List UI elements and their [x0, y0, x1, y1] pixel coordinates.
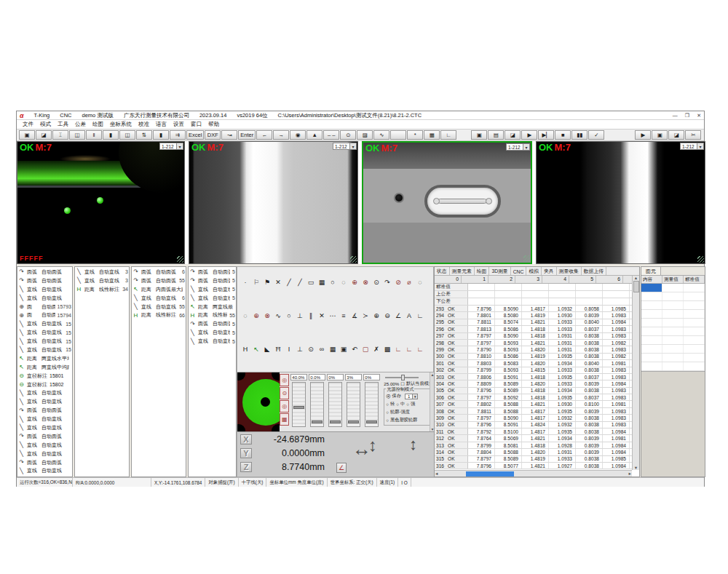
light-channel-slider[interactable]	[365, 382, 379, 427]
camera1-selector[interactable]: 1-212 ▾	[159, 143, 183, 150]
list-item[interactable]: ↖ 距离 内圆弧最大距	[132, 285, 186, 294]
selected-cell[interactable]	[641, 284, 662, 292]
column-header[interactable]: 4	[542, 276, 569, 283]
list-item[interactable]: H 距离 线性标注 55	[189, 311, 236, 319]
menu-item[interactable]: 公差	[75, 121, 86, 128]
list-item[interactable]: ╲ 直线 自动直线	[17, 285, 72, 294]
mode-number-combobox[interactable]: 1▾	[405, 394, 418, 399]
chevron-down-icon[interactable]: ▾	[349, 143, 356, 149]
disabled-tool-button[interactable]: ▮	[153, 130, 169, 140]
light-channel-slider[interactable]	[310, 382, 324, 427]
light-button[interactable]: ◉	[290, 130, 306, 140]
qr-code-button[interactable]: ▦	[424, 130, 440, 140]
step-button[interactable]: ▶▏	[538, 130, 554, 140]
group-disabled-button[interactable]: ▤	[488, 130, 504, 140]
camera2-selector[interactable]: 1-212 ▾	[333, 143, 357, 150]
list-item[interactable]: ╲ 直线 自动直线	[17, 397, 72, 406]
menu-item[interactable]: 校准	[138, 121, 149, 128]
measure-tool-icon[interactable]: ▦	[317, 277, 327, 287]
camera-view-3-selected[interactable]: OKM:7 1-212 ▾	[362, 141, 532, 264]
measure-tool-icon[interactable]: ∡	[349, 311, 360, 321]
measure-tool-icon[interactable]: ⋯	[328, 311, 338, 321]
menu-item[interactable]: 设置	[173, 121, 184, 128]
fixture-button[interactable]: ◫	[69, 130, 85, 140]
scrollbar-thumb[interactable]	[466, 471, 514, 477]
table-row[interactable]: 296OK 7.8813 8.5086 1.4818 1.0933 0.8037…	[435, 326, 632, 332]
angle-display-button[interactable]: ∠	[336, 463, 347, 473]
table-row[interactable]	[641, 345, 705, 354]
measure-tool-icon[interactable]: ◣	[262, 344, 272, 354]
scroll-right-icon[interactable]: ►	[628, 471, 632, 476]
jog-vertical-icon[interactable]: ↕	[368, 435, 377, 455]
measure-tool-icon[interactable]: ╱	[295, 277, 305, 287]
list-item[interactable]: ↷ 圆弧 自动圆弧	[17, 268, 72, 276]
measure-tool-icon[interactable]: I	[284, 344, 294, 354]
resize-grip-icon[interactable]	[350, 256, 357, 263]
table-row[interactable]: 302OK 7.8799 8.5093 1.4815 1.0933 0.8038…	[435, 367, 632, 374]
measure-tool-icon[interactable]: ⚑	[262, 277, 272, 287]
menu-item[interactable]: 模式	[40, 121, 51, 128]
results-tab[interactable]: 绘图	[475, 267, 490, 275]
menu-item[interactable]: 语言	[156, 121, 167, 128]
list-item[interactable]: ↖ 距离 两直线水平均距	[17, 354, 72, 363]
results-tab[interactable]: 3D测量	[489, 267, 510, 275]
resize-grip-icon[interactable]	[177, 256, 183, 263]
vertical-scrollbar[interactable]: ▲ ▼	[632, 276, 639, 470]
open-disabled-button[interactable]: ◪	[668, 130, 684, 140]
chevron-down-icon[interactable]: ▾	[523, 144, 529, 150]
list-item[interactable]: ⊕ 圆 自动圆 15794	[17, 311, 72, 319]
list-item[interactable]: ╲ 直线 自动直线	[17, 423, 72, 432]
list-item[interactable]: ╲ 直线 自动直线 5	[189, 294, 236, 303]
y-axis-button[interactable]: Y	[240, 448, 252, 458]
measure-tool-icon[interactable]: ◌	[240, 311, 250, 321]
results-tab[interactable]: 夹具	[542, 267, 557, 275]
play-disabled-button[interactable]: ▶	[635, 130, 651, 140]
excel-export-button[interactable]: Excel	[186, 130, 204, 140]
measure-tool-icon[interactable]: ∿	[273, 311, 283, 321]
table-row[interactable]: 293OK 7.8796 8.5090 1.4817 1.0932 0.8058…	[435, 306, 632, 312]
measure-tool-icon[interactable]: A	[404, 311, 414, 321]
list-item[interactable]: ╲ 直线 自动直线 15	[17, 319, 72, 328]
ring-segment-button[interactable]: ▦	[280, 413, 289, 426]
black-plastic-radio[interactable]: ○	[386, 418, 389, 423]
camera-view-4[interactable]: OKM:7 1-212 ▾	[536, 141, 705, 264]
measure-tool-icon[interactable]: ∟	[415, 311, 425, 321]
light-channel-slider[interactable]	[292, 382, 306, 427]
image-button[interactable]: ▲	[306, 130, 323, 140]
measure-tool-icon[interactable]: ▢	[360, 344, 371, 354]
disabled-arrow-button[interactable]: ⇉	[170, 130, 186, 140]
column-header[interactable]: 3	[515, 276, 542, 283]
minimize-button[interactable]: —	[673, 113, 678, 119]
menu-item[interactable]: 工具	[58, 121, 68, 128]
list-item[interactable]: ╲ 直线 自动直线 15	[17, 328, 72, 337]
tolerance-row[interactable]: 下公差	[435, 298, 632, 306]
list-item[interactable]: ↷ 圆弧 自动圆弧	[17, 406, 72, 415]
chevron-down-icon[interactable]: ▾	[176, 143, 183, 149]
measure-tool-icon[interactable]: ↖	[251, 344, 261, 354]
light-channel-slider[interactable]	[347, 382, 360, 427]
table-row[interactable]: 298OK 7.8797 8.5093 1.4821 1.0931 0.8038…	[435, 340, 632, 346]
minus-minus-button[interactable]: – –	[323, 130, 339, 140]
ring-segment-button[interactable]: ◎	[280, 374, 289, 386]
table-row[interactable]	[641, 301, 705, 310]
tolerance-row[interactable]: 上公差	[435, 291, 632, 298]
laser-star-button[interactable]: *	[407, 130, 423, 140]
table-row[interactable]	[641, 319, 705, 327]
list-item[interactable]: ╲ 直线 自动直线 5	[189, 285, 236, 294]
detail-column-header[interactable]: 标准值	[684, 276, 705, 283]
curve-button[interactable]: ↝	[221, 130, 237, 140]
detail-column-header[interactable]: 测量值	[662, 276, 684, 283]
light-channel-slider[interactable]	[328, 382, 342, 427]
table-row[interactable]: 315OK 7.8797 8.5089 1.4819 1.0933 0.8038…	[435, 456, 632, 463]
close-button[interactable]: ✕	[697, 113, 701, 119]
table-row[interactable]: 311OK 7.8792 8.5100 1.4817 1.0935 0.8038…	[435, 428, 632, 435]
column-header[interactable]: 5	[569, 276, 596, 283]
measure-tool-icon[interactable]: ╱	[284, 277, 294, 287]
blank-button[interactable]	[390, 130, 406, 140]
measure-tool-icon[interactable]: ○	[328, 277, 338, 287]
measure-tool-icon[interactable]: ⊥	[295, 344, 305, 354]
table-row[interactable]: 303OK 7.8806 8.5091 1.4818 1.0935 0.8037…	[435, 374, 632, 380]
arrow-right-button[interactable]: →	[273, 130, 289, 140]
measure-tool-icon[interactable]: ⊘	[393, 277, 403, 287]
list-item[interactable]: ╲ 直线 自动直线 55	[132, 303, 186, 311]
